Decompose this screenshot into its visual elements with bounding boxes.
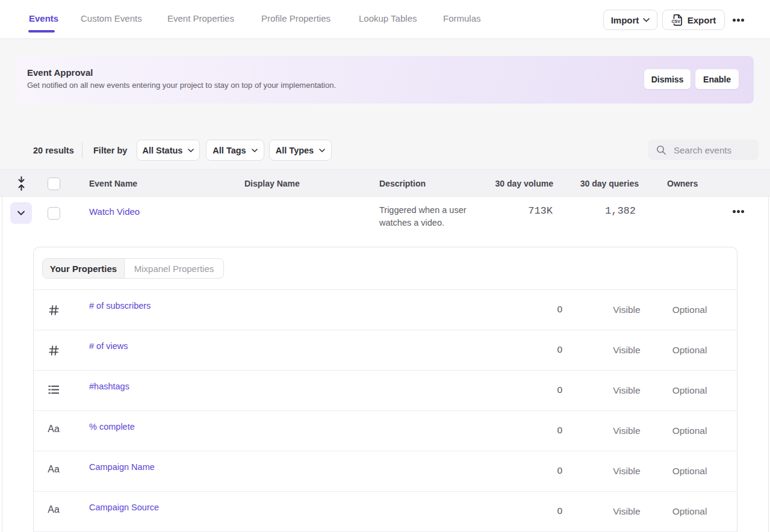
svg-text:CSV: CSV bbox=[671, 19, 680, 23]
